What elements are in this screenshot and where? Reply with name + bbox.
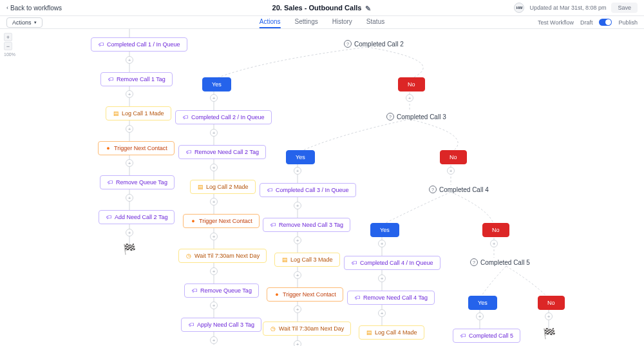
tag-icon: 🏷 <box>107 179 113 186</box>
branch-no-3[interactable]: No <box>440 150 467 164</box>
zoom-level: 100% <box>4 52 15 57</box>
note-icon: ▤ <box>113 110 119 117</box>
add-step-button[interactable]: + <box>126 229 133 236</box>
updated-text: Updated at Mar 31st, 8:08 pm <box>529 5 606 11</box>
node-add-need-call-2[interactable]: 🏷Add Need Call 2 Tag <box>99 210 175 224</box>
add-step-button[interactable]: + <box>490 240 498 247</box>
chevron-left-icon: ‹ <box>6 5 8 11</box>
add-step-button[interactable]: + <box>126 90 133 98</box>
avatar[interactable]: HW <box>514 3 524 13</box>
node-remove-queue-2[interactable]: 🏷Remove Queue Tag <box>184 284 259 298</box>
node-log-call-3[interactable]: ▤Log Call 3 Made <box>274 253 340 267</box>
branch-yes-2[interactable]: Yes <box>202 77 231 91</box>
workflow-canvas[interactable]: + − 100% ?Completed Call 2 ?Completed Ca… <box>0 29 644 346</box>
node-trigger-next-3[interactable]: ●Trigger Next Contact <box>267 287 343 302</box>
sub-bar: Actions ▾ Actions Settings History Statu… <box>0 16 644 29</box>
save-button[interactable]: Save <box>611 3 638 13</box>
condition-completed-call-4[interactable]: ?Completed Call 4 <box>429 186 489 193</box>
node-log-call-2[interactable]: ▤Log Call 2 Made <box>190 180 256 194</box>
node-apply-need-call-3[interactable]: 🏷Apply Need Call 3 Tag <box>181 318 261 332</box>
note-icon: ▤ <box>197 184 204 190</box>
node-remove-need-call-4[interactable]: 🏷Remove Need Call 4 Tag <box>347 291 435 305</box>
add-step-button[interactable]: + <box>406 94 413 102</box>
test-workflow-link[interactable]: Test Workflow <box>538 19 574 26</box>
branch-no-4[interactable]: No <box>482 223 509 237</box>
zoom-in-button[interactable]: + <box>4 33 12 41</box>
node-remove-queue-1[interactable]: 🏷Remove Queue Tag <box>100 175 175 189</box>
add-step-button[interactable]: + <box>126 194 133 202</box>
tag-icon: 🏷 <box>354 294 361 301</box>
tag-icon: 🏷 <box>460 332 466 339</box>
add-step-button[interactable]: + <box>447 167 455 175</box>
node-completed-call-4-queue[interactable]: 🏷Completed Call 4 / In Queue <box>344 256 440 270</box>
add-step-button[interactable]: + <box>210 233 218 240</box>
add-step-button[interactable]: + <box>545 312 553 320</box>
branch-yes-5[interactable]: Yes <box>468 296 497 310</box>
add-step-button[interactable]: + <box>210 336 218 344</box>
node-remove-call-1-tag[interactable]: 🏷Remove Call 1 Tag <box>100 72 173 86</box>
add-step-button[interactable]: + <box>476 312 484 320</box>
tab-actions[interactable]: Actions <box>260 16 281 28</box>
draft-publish-toggle[interactable] <box>599 19 612 26</box>
add-step-button[interactable]: + <box>294 305 301 313</box>
add-step-button[interactable]: + <box>126 125 133 133</box>
condition-completed-call-5[interactable]: ?Completed Call 5 <box>470 258 530 266</box>
zoom-controls: + − 100% <box>4 33 15 57</box>
condition-completed-call-2[interactable]: ?Completed Call 2 <box>344 40 404 48</box>
bolt-icon: ● <box>274 291 280 298</box>
add-step-button[interactable]: + <box>294 271 301 279</box>
add-step-button[interactable]: + <box>210 198 218 206</box>
node-completed-call-3-queue[interactable]: 🏷Completed Call 3 / In Queue <box>260 183 356 197</box>
add-step-button[interactable]: + <box>210 267 218 275</box>
tab-status[interactable]: Status <box>366 16 384 28</box>
add-step-button[interactable]: + <box>126 56 133 64</box>
workflow-title: 20. Sales - Outbound Calls <box>272 4 362 12</box>
add-step-button[interactable]: + <box>294 167 301 175</box>
tab-settings[interactable]: Settings <box>295 16 318 28</box>
condition-completed-call-3[interactable]: ?Completed Call 3 <box>386 113 446 120</box>
tag-icon: 🏷 <box>188 322 194 328</box>
tab-history[interactable]: History <box>332 16 352 28</box>
edit-title-icon[interactable]: ✎ <box>365 5 372 11</box>
branch-yes-4[interactable]: Yes <box>370 223 399 237</box>
node-completed-call-1-queue[interactable]: 🏷Completed Call 1 / In Queue <box>91 37 187 52</box>
bolt-icon: ● <box>190 218 196 224</box>
node-wait-730-3[interactable]: ◷Wait Til 7:30am Next Day <box>263 322 351 336</box>
node-completed-call-2-queue[interactable]: 🏷Completed Call 2 / In Queue <box>175 110 272 124</box>
note-icon: ▤ <box>366 329 372 336</box>
add-step-button[interactable]: + <box>210 94 218 102</box>
add-step-button[interactable]: + <box>378 274 386 282</box>
node-remove-need-call-2[interactable]: 🏷Remove Need Call 2 Tag <box>178 145 266 159</box>
bolt-icon: ● <box>105 145 111 151</box>
branch-no-2[interactable]: No <box>398 77 425 91</box>
back-to-workflows-link[interactable]: ‹ Back to workflows <box>6 5 62 12</box>
add-step-button[interactable]: + <box>210 164 218 171</box>
node-trigger-next-1[interactable]: ●Trigger Next Contact <box>98 141 175 155</box>
branch-no-5[interactable]: No <box>538 296 565 310</box>
question-icon: ? <box>344 40 352 48</box>
branch-yes-3[interactable]: Yes <box>286 150 315 164</box>
node-completed-call-5[interactable]: 🏷Completed Call 5 <box>453 329 520 343</box>
add-step-button[interactable]: + <box>294 340 301 346</box>
add-step-button[interactable]: + <box>294 236 301 244</box>
node-log-call-1[interactable]: ▤Log Call 1 Made <box>106 106 171 120</box>
zoom-out-button[interactable]: − <box>4 42 12 50</box>
chevron-down-icon: ▾ <box>34 20 37 25</box>
node-remove-need-call-3[interactable]: 🏷Remove Need Call 3 Tag <box>263 218 350 232</box>
tag-icon: 🏷 <box>191 287 198 294</box>
actions-dropdown[interactable]: Actions ▾ <box>6 17 43 28</box>
back-label: Back to workflows <box>10 5 62 12</box>
node-wait-730-2[interactable]: ◷Wait Til 7:30am Next Day <box>178 249 267 263</box>
add-step-button[interactable]: + <box>378 240 386 247</box>
add-step-button[interactable]: + <box>210 302 218 309</box>
add-step-button[interactable]: + <box>294 202 301 209</box>
add-step-button[interactable]: + <box>378 309 386 317</box>
publish-label: Publish <box>618 19 638 26</box>
node-log-call-4[interactable]: ▤Log Call 4 Made <box>359 325 424 340</box>
add-step-button[interactable]: + <box>210 129 218 137</box>
tag-icon: 🏷 <box>267 187 273 193</box>
add-step-button[interactable]: + <box>126 159 133 167</box>
clock-icon: ◷ <box>270 325 276 332</box>
workflow-title-area: 20. Sales - Outbound Calls ✎ <box>272 4 372 12</box>
node-trigger-next-2[interactable]: ●Trigger Next Contact <box>183 214 260 228</box>
